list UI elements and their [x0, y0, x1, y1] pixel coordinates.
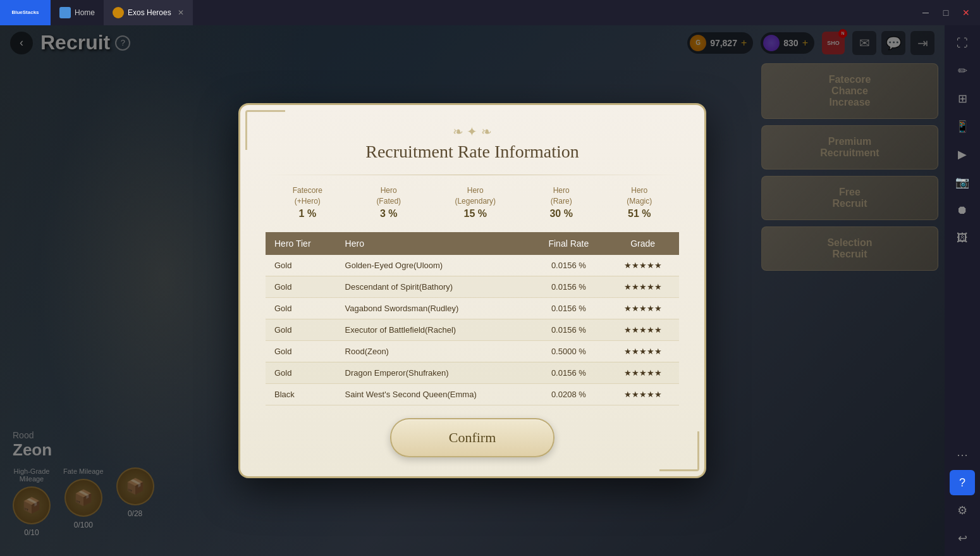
modal-title: Recruitment Rate Information [266, 142, 679, 162]
cell-tier-2: Gold [266, 297, 336, 319]
rate-magic: Hero(Magic) 51 % [627, 185, 652, 219]
table-row: Black Saint West's Second Queen(Emma) 0.… [266, 383, 679, 405]
col-hero: Hero [336, 232, 531, 255]
tab-home[interactable]: Home [51, 0, 104, 25]
cell-grade-2: ★★★★★ [606, 297, 679, 319]
tab-close[interactable]: ✕ [178, 8, 184, 17]
help-sidebar-icon[interactable]: ? [950, 470, 975, 495]
grid-icon[interactable]: ⊞ [950, 86, 975, 111]
cell-tier-0: Gold [266, 255, 336, 276]
close-button[interactable]: ✕ [957, 4, 975, 22]
rate-legendary: Hero(Legendary) 15 % [455, 185, 496, 219]
top-ornament: ❧ ✦ ❧ [266, 124, 679, 139]
rate-table: Hero Tier Hero Final Rate Grade Gold Gol… [266, 232, 679, 405]
cell-rate-6: 0.0208 % [531, 383, 607, 405]
cell-grade-4: ★★★★★ [606, 340, 679, 362]
rate-fated: Hero(Fated) 3 % [376, 185, 401, 219]
table-row: Gold Rood(Zeon) 0.5000 % ★★★★★ [266, 340, 679, 362]
table-row: Gold Golden-Eyed Ogre(Uloom) 0.0156 % ★★… [266, 255, 679, 276]
fullscreen-icon[interactable]: ⛶ [950, 30, 975, 56]
cell-hero-4: Rood(Zeon) [336, 340, 531, 362]
exos-tab-icon [113, 7, 124, 18]
window-controls: ─ □ ✕ [917, 4, 980, 22]
maximize-button[interactable]: □ [937, 4, 955, 22]
settings-icon[interactable]: ⚙ [950, 498, 975, 523]
rate-fatecore: Fatecore(+Hero) 1 % [293, 185, 322, 219]
recruitment-rate-modal: ❧ ✦ ❧ Recruitment Rate Information Fatec… [238, 103, 706, 478]
cell-hero-3: Executor of Battlefield(Rachel) [336, 319, 531, 340]
rate-fated-label: Hero(Fated) [376, 185, 401, 207]
cell-rate-3: 0.0156 % [531, 319, 607, 340]
cell-tier-6: Black [266, 383, 336, 405]
cell-tier-4: Gold [266, 340, 336, 362]
confirm-button[interactable]: Confirm [390, 418, 554, 457]
cell-tier-5: Gold [266, 362, 336, 383]
cell-grade-0: ★★★★★ [606, 255, 679, 276]
cell-rate-0: 0.0156 % [531, 255, 607, 276]
record-icon[interactable]: ⏺ [950, 197, 975, 223]
right-sidebar: ⛶ ✏ ⊞ 📱 ▶ 📷 ⏺ 🖼 ⋯ ? ⚙ ↩ [945, 25, 980, 556]
cell-tier-1: Gold [266, 276, 336, 297]
cell-hero-1: Descendant of Spirit(Bathory) [336, 276, 531, 297]
col-final-rate: Final Rate [531, 232, 607, 255]
more-icon[interactable]: ⋯ [950, 442, 975, 467]
rate-fatecore-value: 1 % [293, 208, 322, 219]
video-icon[interactable]: ▶ [950, 142, 975, 167]
table-row: Gold Dragon Emperor(Shufraken) 0.0156 % … [266, 362, 679, 383]
tab-exos-heroes[interactable]: Exos Heroes ✕ [104, 0, 193, 25]
cell-rate-1: 0.0156 % [531, 276, 607, 297]
cell-rate-5: 0.0156 % [531, 362, 607, 383]
rate-magic-label: Hero(Magic) [627, 185, 652, 207]
cell-tier-3: Gold [266, 319, 336, 340]
camera-icon[interactable]: 📷 [950, 170, 975, 195]
game-area: ‹ Recruit ? G 97,827 + 830 + SHO N [0, 25, 945, 556]
rate-legendary-label: Hero(Legendary) [455, 185, 496, 207]
cell-grade-6: ★★★★★ [606, 383, 679, 405]
table-row: Gold Vagabond Swordsman(Rudley) 0.0156 %… [266, 297, 679, 319]
gallery-icon[interactable]: 🖼 [950, 225, 975, 250]
edit-icon[interactable]: ✏ [950, 58, 975, 83]
title-bar: BlueStacks Home Exos Heroes ✕ ─ □ ✕ [0, 0, 980, 25]
table-row: Gold Descendant of Spirit(Bathory) 0.015… [266, 276, 679, 297]
cell-grade-5: ★★★★★ [606, 362, 679, 383]
col-hero-tier: Hero Tier [266, 232, 336, 255]
rate-rare-value: 30 % [549, 208, 572, 219]
table-header-row: Hero Tier Hero Final Rate Grade [266, 232, 679, 255]
rate-legendary-value: 15 % [455, 208, 496, 219]
rate-fatecore-label: Fatecore(+Hero) [293, 185, 322, 207]
table-row: Gold Executor of Battlefield(Rachel) 0.0… [266, 319, 679, 340]
rate-fated-value: 3 % [376, 208, 401, 219]
cell-hero-6: Saint West's Second Queen(Emma) [336, 383, 531, 405]
cell-grade-3: ★★★★★ [606, 319, 679, 340]
home-tab-icon [59, 7, 71, 18]
col-grade: Grade [606, 232, 679, 255]
exit-icon[interactable]: ↩ [950, 526, 975, 551]
minimize-button[interactable]: ─ [917, 4, 934, 22]
cell-hero-0: Golden-Eyed Ogre(Uloom) [336, 255, 531, 276]
rate-magic-value: 51 % [627, 208, 652, 219]
cell-hero-5: Dragon Emperor(Shufraken) [336, 362, 531, 383]
cell-rate-4: 0.5000 % [531, 340, 607, 362]
modal-divider-top [266, 175, 679, 175]
rate-rare: Hero(Rare) 30 % [549, 185, 572, 219]
modal-overlay: ❧ ✦ ❧ Recruitment Rate Information Fatec… [0, 25, 945, 556]
phone-icon[interactable]: 📱 [950, 114, 975, 139]
app-logo: BlueStacks [0, 0, 51, 25]
cell-rate-2: 0.0156 % [531, 297, 607, 319]
cell-hero-2: Vagabond Swordsman(Rudley) [336, 297, 531, 319]
cell-grade-1: ★★★★★ [606, 276, 679, 297]
rate-rare-label: Hero(Rare) [549, 185, 572, 207]
rate-info-section: Fatecore(+Hero) 1 % Hero(Fated) 3 % Hero… [266, 185, 679, 219]
